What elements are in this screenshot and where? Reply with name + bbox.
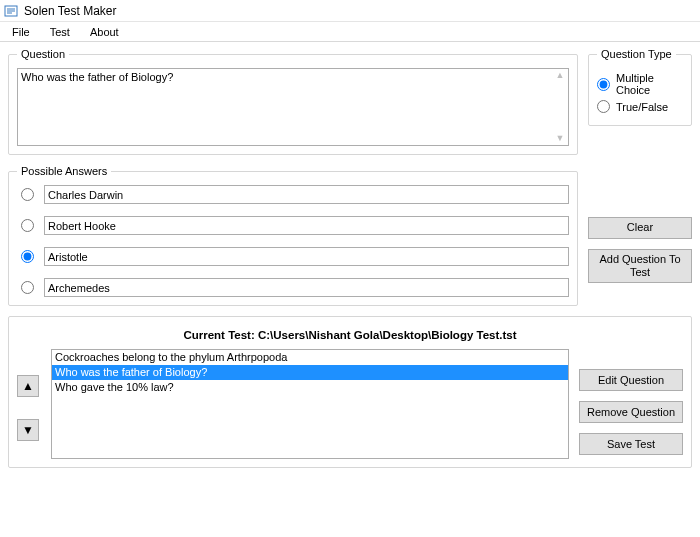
menu-about[interactable]: About bbox=[82, 24, 127, 40]
titlebar: Solen Test Maker bbox=[0, 0, 700, 22]
remove-question-button[interactable]: Remove Question bbox=[579, 401, 683, 423]
list-item[interactable]: Who gave the 10% law? bbox=[52, 380, 568, 395]
current-test-group: Current Test: C:\Users\Nishant Gola\Desk… bbox=[8, 316, 692, 468]
answer-input-2[interactable] bbox=[44, 247, 569, 266]
current-test-path: C:\Users\Nishant Gola\Desktop\Biology Te… bbox=[258, 329, 517, 341]
move-up-button[interactable]: ▲ bbox=[17, 375, 39, 397]
radio-true-false[interactable] bbox=[597, 100, 610, 113]
possible-answers-group: Possible Answers bbox=[8, 165, 578, 306]
question-textarea[interactable] bbox=[18, 69, 552, 145]
answer-row bbox=[17, 247, 569, 266]
save-test-button[interactable]: Save Test bbox=[579, 433, 683, 455]
menubar: File Test About bbox=[0, 22, 700, 42]
chevron-up-icon: ▲ bbox=[22, 380, 34, 392]
current-test-label: Current Test: C:\Users\Nishant Gola\Desk… bbox=[17, 329, 683, 341]
answer-row bbox=[17, 278, 569, 297]
radio-multiple-choice[interactable] bbox=[597, 78, 610, 91]
move-down-button[interactable]: ▼ bbox=[17, 419, 39, 441]
radio-multiple-choice-row[interactable]: Multiple Choice bbox=[597, 72, 683, 96]
app-icon bbox=[4, 4, 18, 18]
question-type-group: Question Type Multiple Choice True/False bbox=[588, 48, 692, 126]
add-question-button[interactable]: Add Question To Test bbox=[588, 249, 692, 283]
answer-radio-2[interactable] bbox=[21, 250, 34, 263]
scroll-down-icon: ▼ bbox=[554, 134, 566, 143]
radio-true-false-label: True/False bbox=[616, 101, 668, 113]
side-buttons: Clear Add Question To Test bbox=[588, 193, 692, 306]
list-item[interactable]: Who was the father of Biology? bbox=[52, 365, 568, 380]
answer-radio-1[interactable] bbox=[21, 219, 34, 232]
questions-listbox[interactable]: Cockroaches belong to the phylum Arthrpo… bbox=[51, 349, 569, 459]
radio-true-false-row[interactable]: True/False bbox=[597, 100, 683, 113]
answer-input-1[interactable] bbox=[44, 216, 569, 235]
menu-file[interactable]: File bbox=[4, 24, 38, 40]
possible-answers-label: Possible Answers bbox=[17, 165, 111, 177]
question-group-label: Question bbox=[17, 48, 69, 60]
clear-button[interactable]: Clear bbox=[588, 217, 692, 239]
bottom-buttons: Edit Question Remove Question Save Test bbox=[579, 349, 683, 455]
app-title: Solen Test Maker bbox=[24, 4, 117, 18]
question-group: Question ▲ ▼ bbox=[8, 48, 578, 155]
answer-row bbox=[17, 185, 569, 204]
answer-input-3[interactable] bbox=[44, 278, 569, 297]
edit-question-button[interactable]: Edit Question bbox=[579, 369, 683, 391]
answer-radio-3[interactable] bbox=[21, 281, 34, 294]
list-item[interactable]: Cockroaches belong to the phylum Arthrpo… bbox=[52, 350, 568, 365]
question-type-label: Question Type bbox=[597, 48, 676, 60]
current-test-prefix: Current Test: bbox=[183, 329, 258, 341]
menu-test[interactable]: Test bbox=[42, 24, 78, 40]
reorder-arrows: ▲ ▼ bbox=[17, 349, 41, 441]
question-scrollbar[interactable]: ▲ ▼ bbox=[552, 69, 568, 145]
answer-radio-0[interactable] bbox=[21, 188, 34, 201]
radio-multiple-choice-label: Multiple Choice bbox=[616, 72, 683, 96]
chevron-down-icon: ▼ bbox=[22, 424, 34, 436]
scroll-up-icon: ▲ bbox=[554, 71, 566, 80]
answer-row bbox=[17, 216, 569, 235]
answer-input-0[interactable] bbox=[44, 185, 569, 204]
